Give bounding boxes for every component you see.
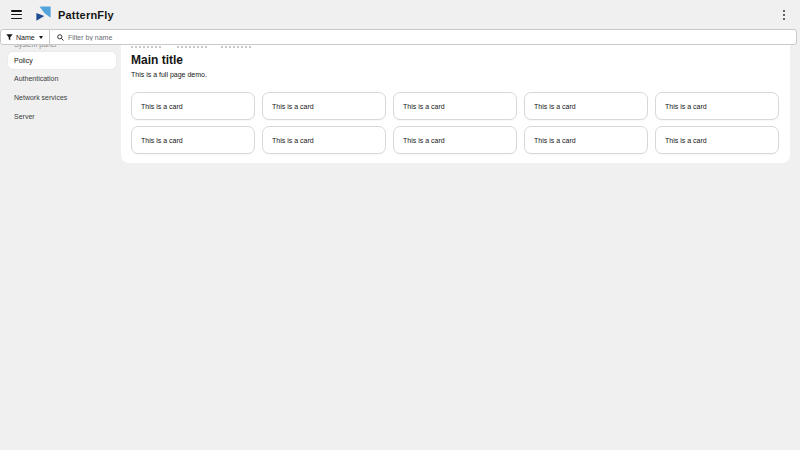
card[interactable]: This is a card [393, 126, 517, 154]
card[interactable]: This is a card [655, 126, 779, 154]
sidebar-item-policy[interactable]: Policy [8, 52, 116, 69]
page-title: Main title [131, 53, 779, 67]
search-icon [57, 34, 64, 41]
sidebar-item-network-services[interactable]: Network services [0, 88, 121, 107]
filter-by-name-input[interactable] [68, 34, 789, 41]
filter-toolbar: Name [0, 29, 797, 45]
card[interactable]: This is a card [262, 126, 386, 154]
breadcrumb-clipped [131, 45, 779, 48]
hamburger-menu-icon[interactable] [11, 10, 22, 19]
card[interactable]: This is a card [524, 126, 648, 154]
sidebar-item-authentication[interactable]: Authentication [0, 69, 121, 88]
card[interactable]: This is a card [655, 92, 779, 120]
main-content-panel: Main title This is a full page demo. Thi… [121, 45, 790, 163]
chevron-down-icon [39, 36, 43, 39]
sidebar-item-label: Network services [14, 94, 67, 101]
filter-attribute-dropdown[interactable]: Name [1, 30, 50, 44]
card[interactable]: This is a card [393, 92, 517, 120]
page-body: System panel Policy Authentication Netwo… [0, 45, 800, 450]
brand[interactable]: PatternFly [34, 5, 114, 24]
card[interactable]: This is a card [262, 92, 386, 120]
breadcrumb-clipped-item [177, 46, 207, 48]
sidebar-item-server[interactable]: Server [0, 107, 121, 126]
card[interactable]: This is a card [524, 92, 648, 120]
card[interactable]: This is a card [131, 126, 255, 154]
card[interactable]: This is a card [131, 92, 255, 120]
brand-name: PatternFly [58, 9, 114, 21]
filter-attribute-label: Name [16, 34, 35, 41]
breadcrumb-clipped-item [221, 46, 253, 48]
breadcrumb-clipped-item [131, 46, 163, 48]
patternfly-logo-icon [34, 5, 53, 24]
page-subtitle: This is a full page demo. [131, 71, 779, 78]
card-grid: This is a card This is a card This is a … [131, 92, 779, 154]
search-box [50, 30, 796, 44]
sidebar-nav: System panel Policy Authentication Netwo… [0, 45, 121, 450]
sidebar-item-label: Policy [14, 57, 33, 64]
kebab-menu-icon[interactable] [779, 9, 789, 21]
sidebar-item-label: Authentication [14, 75, 58, 82]
filter-icon [6, 34, 13, 41]
sidebar-item-system-panel-clipped[interactable]: System panel [0, 45, 121, 49]
masthead: PatternFly [0, 0, 800, 29]
sidebar-item-label: Server [14, 113, 35, 120]
